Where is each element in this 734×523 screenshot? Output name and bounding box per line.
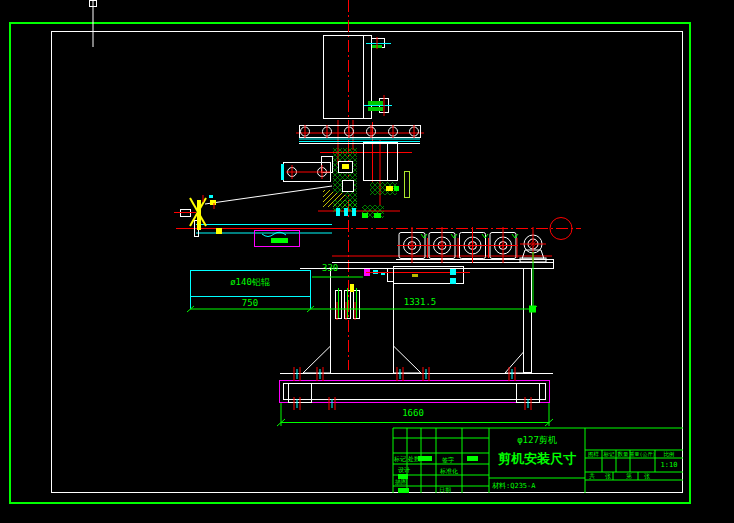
tb-h-scale: 比例: [655, 452, 683, 458]
dim-750: 750: [190, 299, 310, 308]
tb-standard: 标准化: [437, 468, 461, 474]
roller-table: [396, 227, 554, 268]
material-label: 材料:Q235-A: [492, 483, 536, 490]
tb-h-qty: 数量: [616, 452, 630, 458]
roller-box-label: ø140铝辊: [190, 278, 310, 287]
tb-date: 日期: [437, 487, 453, 493]
mounting-flange: [299, 125, 421, 144]
dim-1660: 1660: [373, 409, 453, 418]
cad-drawing: [0, 0, 734, 523]
dim-1331-5: 1331.5: [380, 298, 460, 307]
drawing-title: 剪机安装尺寸: [489, 452, 585, 465]
lower-shaft: [366, 267, 470, 285]
shear-head-blocks: [322, 143, 410, 219]
cad-canvas[interactable]: ø140铝辊 750 330 1331.5 1660 φ127剪机 剪机安装尺寸…: [0, 0, 734, 523]
tb-h-sample: 图样: [585, 452, 602, 458]
tb-sheet-unit2: 张: [644, 473, 650, 479]
tb-sheet-total: 共: [589, 473, 595, 479]
left-arm-bracket: [205, 163, 332, 205]
tb-h-weight: 重量(公斤): [629, 452, 656, 457]
tb-trace: 描图: [393, 479, 409, 485]
tb-sheet-no: 第: [626, 473, 632, 479]
tb-sheet-unit1: 张: [605, 473, 611, 479]
tb-mark: 标记: [393, 456, 407, 462]
tb-sign: 签字: [440, 457, 456, 463]
cylinder-fittings: [364, 37, 392, 116]
base-plate: [280, 367, 554, 410]
dim-330: 330: [322, 264, 338, 273]
tb-scale-value: 1:10: [655, 462, 683, 469]
tb-h-mark: 标记: [602, 452, 616, 458]
drawing-number: φ127剪机: [489, 436, 585, 445]
tb-count: 处数: [407, 456, 421, 462]
tb-design: 设计: [396, 467, 412, 473]
